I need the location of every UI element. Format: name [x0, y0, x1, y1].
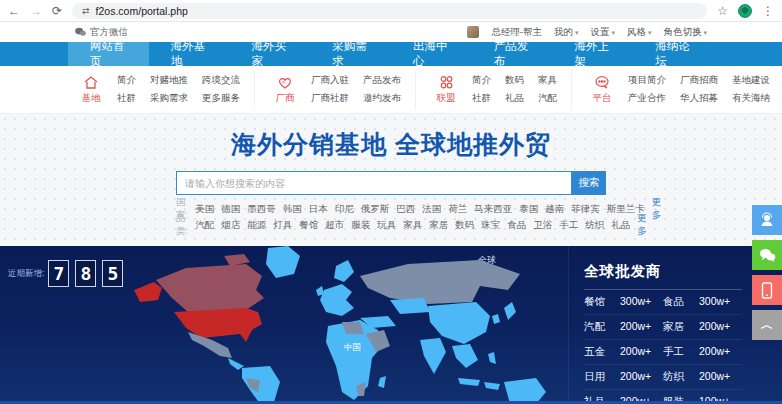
mega-link[interactable]: 简介	[117, 74, 136, 88]
category-tag[interactable]: 超市	[325, 219, 344, 232]
address-bar[interactable]: ⇄ f2os.com/portal.php	[72, 3, 707, 19]
category-tag[interactable]: 纺织	[585, 219, 604, 232]
mobile-phone-icon	[761, 282, 773, 299]
category-tag[interactable]: 食品	[507, 219, 526, 232]
mega-link[interactable]: 厂商社群	[311, 92, 349, 106]
ws-label: 五金	[584, 345, 620, 359]
map-section: 近期新增: 7 8 5 全球	[0, 246, 782, 404]
wechat-button[interactable]	[752, 240, 782, 270]
mega-link[interactable]: 社群	[472, 92, 491, 106]
country-tag[interactable]: 韩国	[283, 203, 302, 216]
mega-link[interactable]: 产品发布	[363, 74, 401, 88]
mega-link[interactable]: 厂商招商	[680, 74, 718, 88]
mega-link[interactable]: 社群	[117, 92, 136, 106]
central-america	[228, 358, 244, 370]
back-to-top-button[interactable]: ︿	[752, 310, 782, 340]
category-tag[interactable]: 手工	[559, 219, 578, 232]
nav-item-go-abroad-center[interactable]: 出海中心	[391, 42, 472, 66]
country-tag[interactable]: 马来西亚	[474, 203, 512, 216]
category-tag[interactable]: 礼品	[611, 219, 630, 232]
category-tag[interactable]: 玩具	[377, 219, 396, 232]
nav-item-overseas-buyers[interactable]: 海外买家	[230, 42, 311, 66]
customer-service-button[interactable]	[752, 205, 782, 235]
menu-role-switch[interactable]: 角色切换▾	[663, 26, 707, 39]
site-info-icon[interactable]: ⇄	[82, 6, 90, 16]
category-tag[interactable]: 餐馆	[299, 219, 318, 232]
forward-icon[interactable]: →	[30, 5, 42, 17]
mega-link[interactable]: 汽配	[538, 92, 557, 106]
category-tag[interactable]: 数码	[455, 219, 474, 232]
mega-link[interactable]: 产业合作	[628, 92, 666, 106]
category-tag[interactable]: 家居	[429, 219, 448, 232]
country-tag[interactable]: 法国	[422, 203, 441, 216]
ws-value: 200w+	[699, 345, 730, 359]
mega-link[interactable]: 对赌地推	[150, 74, 188, 88]
menu-mine[interactable]: 我的▾	[554, 26, 579, 39]
browser-profile-avatar[interactable]	[738, 4, 752, 18]
mega-link[interactable]: 华人招募	[680, 92, 718, 106]
user-name[interactable]: 总经理-帮主	[491, 26, 542, 39]
mobile-app-button[interactable]	[752, 275, 782, 305]
country-tag[interactable]: 菲律宾	[571, 203, 600, 216]
country-russia	[360, 260, 520, 304]
country-tag[interactable]: 墨西哥	[247, 203, 276, 216]
country-more-link[interactable]: 更多	[652, 196, 662, 222]
wholesaler-row: 餐馆300w+ 食品300w+	[584, 290, 742, 315]
country-tag[interactable]: 荷兰	[448, 203, 467, 216]
europe	[320, 284, 354, 316]
mega-link[interactable]: 简介	[472, 74, 491, 88]
mega-link[interactable]: 项目简介	[628, 74, 666, 88]
browser-menu-icon[interactable]: ⋮	[762, 5, 774, 17]
ws-value: 200w+	[620, 345, 651, 359]
official-wechat-link[interactable]: 官方微信	[75, 26, 128, 39]
nav-item-purchase-demand[interactable]: 采购需求	[310, 42, 391, 66]
nav-item-overseas-base[interactable]: 海外基地	[149, 42, 230, 66]
category-tag[interactable]: 汽配	[195, 219, 214, 232]
world-map[interactable]	[128, 246, 568, 404]
category-tag[interactable]: 家具	[403, 219, 422, 232]
mega-link[interactable]: 采购需求	[150, 92, 188, 106]
country-tag[interactable]: 日本	[309, 203, 328, 216]
country-tag[interactable]: 泰国	[519, 203, 538, 216]
mega-group-label[interactable]: 基地	[82, 92, 101, 105]
category-more-link[interactable]: 更多	[637, 212, 647, 238]
mega-link[interactable]: 跨境交流	[202, 74, 240, 88]
menu-style[interactable]: 风格▾	[627, 26, 652, 39]
user-avatar[interactable]	[467, 26, 479, 38]
reload-icon[interactable]: ⟳	[52, 5, 62, 17]
mega-link[interactable]: 礼品	[505, 92, 524, 106]
country-tag[interactable]: 俄罗斯	[361, 203, 390, 216]
back-icon[interactable]: ←	[8, 5, 20, 17]
ws-value: 200w+	[699, 320, 730, 334]
search-input[interactable]	[176, 171, 572, 195]
nav-item-overseas-listing[interactable]: 海外上架	[553, 42, 634, 66]
category-tag[interactable]: 服装	[351, 219, 370, 232]
menu-settings[interactable]: 设置▾	[590, 26, 615, 39]
country-tag[interactable]: 印尼	[335, 203, 354, 216]
mega-group-label[interactable]: 平台	[593, 92, 612, 105]
mega-link[interactable]: 邀约发布	[363, 92, 401, 106]
category-tag[interactable]: 灯具	[273, 219, 292, 232]
category-tag[interactable]: 珠宝	[481, 219, 500, 232]
country-tag[interactable]: 越南	[545, 203, 564, 216]
mega-link[interactable]: 基地建设	[732, 74, 770, 88]
mega-link[interactable]: 更多服务	[202, 92, 240, 106]
mega-group-label[interactable]: 联盟	[437, 92, 456, 105]
bookmark-star-icon[interactable]: ☆	[717, 5, 728, 17]
mega-link[interactable]: 数码	[505, 74, 524, 88]
country-tag[interactable]: 巴西	[396, 203, 415, 216]
country-tag[interactable]: 德国	[221, 203, 240, 216]
nav-item-haina-forum[interactable]: 海纳论坛	[633, 42, 714, 66]
mega-link[interactable]: 有关海纳	[732, 92, 770, 106]
mega-link[interactable]: 家具	[538, 74, 557, 88]
nav-item-product-publish[interactable]: 产品发布	[472, 42, 553, 66]
search-button[interactable]: 搜索	[572, 171, 606, 195]
category-tag[interactable]: 卫浴	[533, 219, 552, 232]
country-tag[interactable]: 美国	[195, 203, 214, 216]
mega-group-label[interactable]: 厂商	[276, 92, 295, 105]
category-tag[interactable]: 烟店	[221, 219, 240, 232]
mega-link[interactable]: 厂商入驻	[311, 74, 349, 88]
nav-item-home[interactable]: 网站首页	[68, 42, 149, 66]
category-tag[interactable]: 能源	[247, 219, 266, 232]
search-bar: 搜索	[176, 171, 606, 195]
